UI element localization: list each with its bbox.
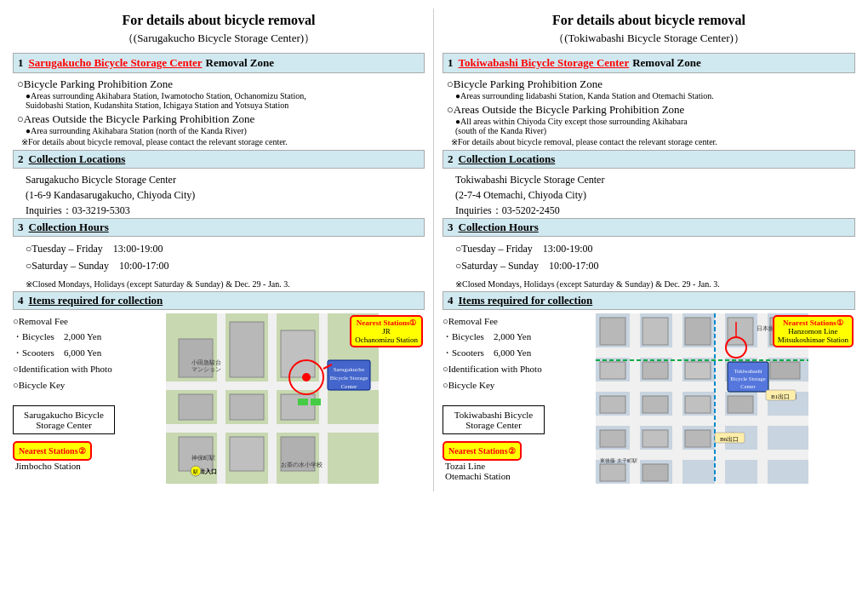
svg-rect-26 (298, 399, 308, 405)
svg-text:お茶の水小学校: お茶の水小学校 (281, 462, 323, 468)
right-s1-outside-detail: ●All areas within Chiyoda City except th… (447, 117, 855, 126)
left-s1-areas2: Suidobashi Station, Kudanshita Station, … (17, 100, 425, 110)
right-nearest-bottom-badge: Nearest Stations② (443, 441, 522, 461)
svg-rect-48 (600, 396, 625, 413)
right-storage-line2: Storage Center (447, 420, 540, 430)
left-s3-hours2: ○Saturday – Sunday 10:00-17:00 (26, 257, 425, 274)
right-nearest-bottom-line2: Otemachi Station (443, 471, 591, 481)
svg-rect-31 (596, 347, 808, 358)
right-subtitle: （(Tokiwabashi Bicycle Storage Center)） (443, 31, 855, 46)
left-nearest-top-label: Nearest Stations① (355, 318, 418, 327)
svg-rect-46 (685, 362, 711, 379)
right-s1-number: 1 (448, 56, 454, 70)
left-item-0: ○Removal Fee (13, 313, 162, 330)
left-storage-line2: Storage Center (17, 420, 111, 430)
svg-rect-40 (642, 318, 668, 345)
right-s2-line2: (2-7-4 Otemachi, Chiyoda City) (455, 187, 855, 203)
left-nearest-top-badge: Nearest Stations① JR Ochanomizu Station (350, 315, 423, 347)
left-section3-header: 3 Collection Hours (13, 218, 425, 237)
svg-rect-55 (600, 464, 625, 481)
svg-text:Center: Center (740, 383, 756, 389)
left-s1-center: Sarugakucho Bicycle Storage Center (29, 56, 203, 70)
right-section4-header: 4 Items required for collection (443, 291, 855, 310)
left-s2-line3: Inquiries：03-3219-5303 (26, 203, 425, 218)
svg-text:Center: Center (341, 383, 357, 390)
right-s4-layout: ○Removal Fee ・Bicycles 2,000 Yen ・Scoote… (443, 313, 855, 487)
svg-text:駅: 駅 (192, 469, 198, 474)
left-map-svg: Sarugakucho Bicycle Storage Center 小田急駿台… (166, 313, 379, 484)
right-nearest-bottom-line1: Tozai Line (443, 461, 591, 471)
left-s1-areas: ●Areas surrounding Akihabara Station, Iw… (17, 91, 425, 100)
right-item-2: ・Scooters 6,000 Yen (443, 345, 591, 361)
left-s3-number: 3 (18, 221, 24, 234)
right-s4-title: Items required for collection (459, 294, 593, 307)
svg-rect-9 (179, 394, 213, 420)
right-nearest-top-line2: Mitsukoshimae Station (778, 336, 848, 344)
svg-text:小田急駿台: 小田急駿台 (191, 359, 221, 366)
right-main-title: For details about bicycle removal (443, 13, 855, 28)
svg-text:Sarugakucho: Sarugakucho (334, 366, 365, 373)
left-item-2: ・Scooters 6,000 Yen (13, 345, 162, 361)
left-s1-bpz: ○Bicycle Parking Prohibition Zone (17, 77, 425, 91)
right-storage-box-container[interactable]: Tokiwabashi Bicycle Storage Center (443, 401, 591, 434)
svg-rect-52 (600, 430, 625, 447)
left-s3-hours1: ○Tuesday – Friday 13:00-19:00 (26, 240, 425, 257)
svg-rect-53 (642, 430, 668, 447)
svg-rect-54 (685, 430, 711, 447)
left-section4-header: 4 Items required for collection (13, 291, 425, 310)
svg-rect-11 (281, 394, 315, 420)
right-item-1: ・Bicycles 2,000 Yen (443, 329, 591, 345)
right-s2-number: 2 (448, 152, 454, 166)
svg-text:Tokiwabashi: Tokiwabashi (734, 368, 762, 374)
svg-rect-39 (600, 318, 625, 345)
svg-rect-13 (230, 437, 264, 471)
left-storage-box[interactable]: Sarugakucho Bicycle Storage Center (13, 405, 115, 434)
svg-rect-4 (268, 313, 277, 484)
svg-text:神保町駅: 神保町駅 (191, 455, 215, 462)
right-nearest-top-label: Nearest Stations① (778, 318, 848, 327)
svg-rect-49 (642, 396, 668, 413)
right-nearest-bottom-label: Nearest Stations② (448, 446, 516, 456)
right-s2-title: Collection Locations (459, 152, 556, 166)
left-s1-content: ○Bicycle Parking Prohibition Zone ●Areas… (13, 77, 425, 146)
left-nearest-top-line1: JR (355, 327, 418, 336)
right-s1-outside-detail2: (south of the Kanda River) (447, 126, 855, 135)
left-s1-zone: Removal Zone (206, 56, 275, 70)
svg-text:Bicycle Storage: Bicycle Storage (330, 375, 368, 382)
left-section2-header: 2 Collection Locations (13, 150, 425, 169)
right-nearest-top-badge: Nearest Stations① Hanzomon Line Mitsukos… (773, 315, 854, 347)
left-item-4: ○Bicycle Key (13, 377, 162, 393)
right-storage-box[interactable]: Tokiwabashi Bicycle Storage Center (443, 405, 545, 434)
left-storage-box-container[interactable]: Sarugakucho Bicycle Storage Center (13, 401, 162, 434)
left-s2-line2: (1-6-9 Kandasarugakucho, Chiyoda City) (26, 187, 425, 203)
right-s3-hours2: ○Saturday – Sunday 10:00-17:00 (455, 257, 855, 274)
right-s2-content: Tokiwabashi Bicycle Storage Center (2-7-… (443, 172, 855, 218)
right-s4-items: ○Removal Fee ・Bicycles 2,000 Yen ・Scoote… (443, 313, 591, 487)
left-storage-line1: Sarugakucho Bicycle (17, 410, 111, 420)
svg-rect-37 (715, 313, 725, 484)
svg-text:東後藤 太子町駅: 東後藤 太子町駅 (600, 458, 637, 463)
left-s3-note: ※Closed Mondays, Holidays (except Saturd… (26, 277, 425, 291)
svg-rect-45 (642, 362, 668, 379)
svg-rect-51 (728, 396, 753, 413)
right-s1-content: ○Bicycle Parking Prohibition Zone ●Areas… (443, 77, 855, 146)
right-storage-line1: Tokiwabashi Bicycle (447, 410, 540, 420)
left-nearest-bottom-station: Jimbocho Station (13, 461, 162, 471)
right-s1-zone: Removal Zone (632, 56, 701, 70)
right-s1-bpz: ○Bicycle Parking Prohibition Zone (447, 77, 855, 91)
left-s3-content: ○Tuesday – Friday 13:00-19:00 ○Saturday … (13, 240, 425, 291)
right-item-4: ○Bicycle Key (443, 377, 591, 393)
right-item-3: ○Identification with Photo (443, 361, 591, 377)
right-map-area: Nearest Stations① Hanzomon Line Mitsukos… (596, 313, 855, 487)
left-item-1: ・Bicycles 2,000 Yen (13, 329, 162, 345)
left-s1-note: ※For details about bicycle removal, plea… (17, 137, 425, 146)
left-s2-content: Sarugakucho Bicycle Storage Center (1-6-… (13, 172, 425, 218)
right-item-0: ○Removal Fee (443, 313, 591, 330)
left-items-list: ○Removal Fee ・Bicycles 2,000 Yen ・Scoote… (13, 313, 162, 393)
right-s1-outside: ○Areas Outside the Bicycle Parking Prohi… (447, 103, 855, 117)
right-s3-note: ※Closed Mondays, Holidays (except Saturd… (455, 277, 855, 291)
left-map-area: Nearest Stations① JR Ochanomizu Station (166, 313, 425, 487)
left-section1-header: 1 Sarugakucho Bicycle Storage Center Rem… (13, 53, 425, 73)
svg-rect-42 (728, 318, 753, 345)
left-s1-outside-detail: ●Area surrounding Akihabara Station (nor… (17, 126, 425, 135)
